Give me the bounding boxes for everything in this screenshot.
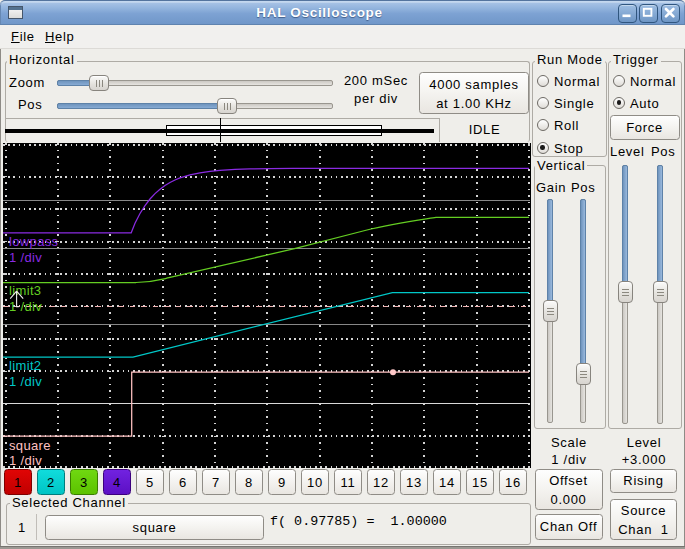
svg-text:limit3: limit3 — [9, 282, 41, 297]
svg-text:1 /div: 1 /div — [9, 250, 42, 265]
svg-text:square: square — [9, 438, 51, 453]
svg-text:1 /div: 1 /div — [9, 374, 42, 389]
svg-text:1 /div: 1 /div — [9, 452, 42, 467]
svg-text:lowpass: lowpass — [9, 233, 59, 248]
svg-text:1 /div: 1 /div — [9, 299, 42, 314]
svg-text:limit2: limit2 — [9, 357, 41, 372]
